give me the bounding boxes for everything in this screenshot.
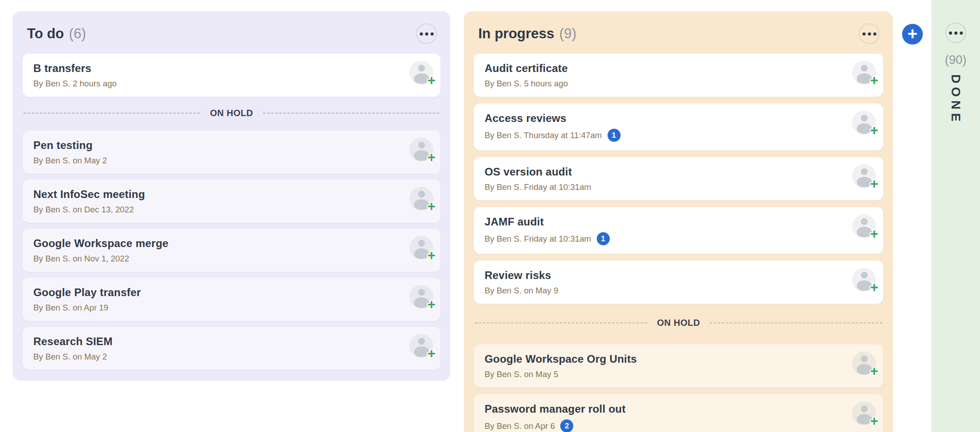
card-byline: By Ben S. on May 2 [33, 156, 107, 165]
card-byline: By Ben S. on May 5 [485, 369, 558, 379]
divider-dash [23, 112, 200, 114]
card-os-version-audit[interactable]: OS version audit By Ben S. Friday at 10:… [474, 157, 883, 200]
card-title: Research SIEM [33, 335, 430, 348]
card-title: Review risks [485, 269, 872, 282]
add-assignee-plus-icon: + [427, 150, 436, 164]
card-title: Google Workspace Org Units [485, 353, 872, 365]
ellipsis-icon [425, 32, 428, 36]
ellipsis-icon [949, 32, 952, 35]
card-access-reviews[interactable]: Access reviews By Ben S. Thursday at 11:… [474, 104, 883, 150]
card-byline-row: By Ben S. on Dec 13, 2022 [33, 205, 430, 214]
assign-user-button[interactable]: + [852, 61, 876, 85]
assign-user-button[interactable]: + [409, 285, 433, 309]
card-title: JAMF audit [485, 216, 872, 228]
assign-user-button[interactable]: + [852, 164, 876, 188]
card-byline: By Ben S. on Nov 1, 2022 [33, 254, 129, 263]
add-assignee-plus-icon: + [427, 248, 436, 262]
on-hold-divider: ON HOLD [475, 317, 882, 328]
column-todo-header: To do (6) [27, 23, 437, 45]
card-password-manager-roll-out[interactable]: Password manager roll out By Ben S. on A… [474, 394, 883, 432]
card-title: B transfers [33, 62, 430, 75]
assign-user-button[interactable]: + [409, 61, 433, 85]
card-review-risks[interactable]: Review risks By Ben S. on May 9 + [474, 261, 883, 304]
column-count: (90) [945, 53, 966, 67]
card-next-infosec-meeting[interactable]: Next InfoSec meeting By Ben S. on Dec 13… [23, 180, 440, 223]
column-menu-button[interactable] [859, 23, 880, 44]
card-byline-row: By Ben S. on May 2 [33, 156, 430, 165]
card-byline: By Ben S. on Dec 13, 2022 [33, 205, 134, 214]
card-byline-row: By Ben S. Friday at 10:31am 1 [485, 232, 872, 245]
assign-user-button[interactable]: + [409, 334, 433, 358]
column-title: To do [27, 26, 64, 42]
card-title: Password manager roll out [485, 403, 872, 415]
add-assignee-plus-icon: + [870, 177, 878, 191]
card-byline-row: By Ben S. on Nov 1, 2022 [33, 254, 430, 263]
assign-user-button[interactable]: + [852, 401, 876, 425]
card-pen-testing[interactable]: Pen testing By Ben S. on May 2 + [23, 130, 440, 174]
card-byline: By Ben S. on Apr 19 [33, 303, 109, 312]
ellipsis-icon [873, 32, 876, 36]
add-assignee-plus-icon: + [870, 280, 878, 294]
divider-dash [475, 322, 647, 324]
card-byline: By Ben S. 5 hours ago [485, 79, 568, 88]
card-google-workspace-merge[interactable]: Google Workspace merge By Ben S. on Nov … [23, 229, 440, 272]
card-title: Google Play transfer [33, 286, 430, 299]
add-assignee-plus-icon: + [427, 73, 436, 87]
plus-icon: + [907, 25, 917, 42]
card-google-play-transfer[interactable]: Google Play transfer By Ben S. on Apr 19… [23, 278, 440, 321]
card-byline-row: By Ben S. Friday at 10:31am [485, 182, 872, 192]
column-menu-button[interactable] [416, 23, 437, 44]
card-byline-row: By Ben S. Thursday at 11:47am 1 [485, 129, 872, 142]
card-byline: By Ben S. Thursday at 11:47am [485, 130, 602, 140]
divider-dash [263, 112, 440, 114]
ellipsis-icon [420, 32, 423, 36]
column-title-vertical: DONE [948, 74, 963, 125]
card-jamf-audit[interactable]: JAMF audit By Ben S. Friday at 10:31am 1… [474, 207, 883, 254]
column-in-progress-header: In progress (9) [478, 23, 880, 45]
card-byline: By Ben S. on May 2 [33, 352, 107, 361]
column-in-progress: In progress (9) Audit certificate By Ben… [464, 11, 893, 432]
column-count: (9) [559, 26, 576, 42]
add-button[interactable]: + [902, 24, 923, 45]
add-assignee-plus-icon: + [870, 73, 878, 87]
assign-user-button[interactable]: + [852, 111, 876, 135]
assign-user-button[interactable]: + [852, 268, 876, 292]
comment-count-badge: 1 [597, 232, 610, 245]
assign-user-button[interactable]: + [409, 236, 433, 260]
on-hold-divider: ON HOLD [23, 108, 440, 118]
card-byline-row: By Ben S. 2 hours ago [33, 79, 430, 88]
card-title: Pen testing [33, 139, 430, 152]
assign-user-button[interactable]: + [409, 187, 433, 211]
comment-count-badge: 2 [560, 419, 573, 432]
card-title: OS version audit [485, 166, 872, 178]
card-google-workspace-org-units[interactable]: Google Workspace Org Units By Ben S. on … [474, 344, 883, 387]
ellipsis-icon [431, 32, 434, 36]
ellipsis-icon [862, 32, 866, 36]
on-hold-label: ON HOLD [210, 108, 253, 118]
card-byline-row: By Ben S. on May 2 [33, 352, 430, 361]
card-byline: By Ben S. on May 9 [485, 286, 558, 295]
card-audit-certificate[interactable]: Audit certificate By Ben S. 5 hours ago … [474, 54, 883, 97]
card-byline-row: By Ben S. on Apr 6 2 [485, 419, 872, 432]
comment-count-badge: 1 [608, 129, 621, 142]
ellipsis-icon [868, 32, 871, 36]
card-byline: By Ben S. 2 hours ago [33, 79, 117, 88]
column-menu-button[interactable] [945, 22, 966, 43]
assign-user-button[interactable]: + [852, 214, 876, 238]
card-byline-row: By Ben S. on May 9 [485, 286, 872, 295]
card-research-siem[interactable]: Research SIEM By Ben S. on May 2 + [23, 327, 440, 370]
card-title: Google Workspace merge [33, 237, 430, 250]
card-b-transfers[interactable]: B transfers By Ben S. 2 hours ago + [23, 54, 440, 97]
column-todo: To do (6) B transfers By Ben S. 2 hours … [13, 11, 450, 381]
column-done-collapsed[interactable]: (90) DONE [931, 0, 980, 432]
assign-user-button[interactable]: + [852, 351, 876, 375]
on-hold-label: ON HOLD [657, 317, 700, 328]
assign-user-button[interactable]: + [409, 138, 433, 162]
divider-dash [710, 322, 882, 324]
card-byline-row: By Ben S. on Apr 19 [33, 303, 430, 312]
card-byline: By Ben S. on Apr 6 [485, 421, 555, 431]
add-assignee-plus-icon: + [427, 297, 436, 311]
add-assignee-plus-icon: + [870, 414, 878, 428]
ellipsis-icon [960, 32, 963, 35]
column-title: In progress [478, 26, 554, 42]
